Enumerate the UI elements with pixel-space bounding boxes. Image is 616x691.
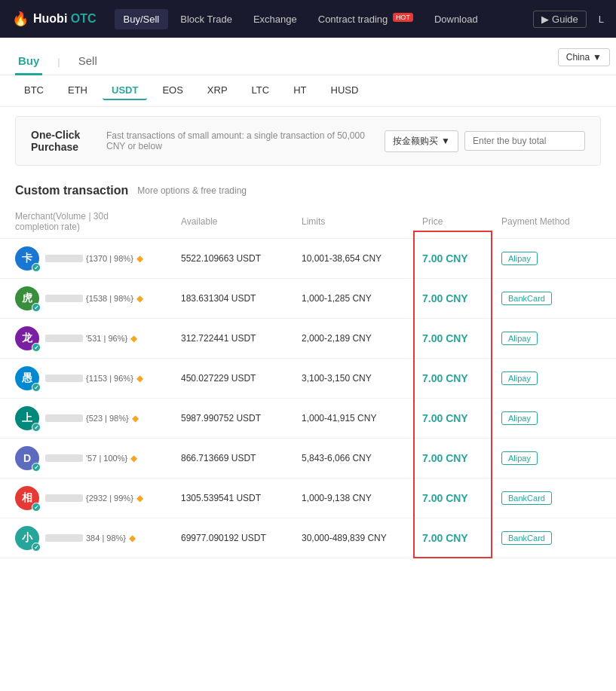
payment-badge: Alipay xyxy=(501,451,538,465)
crypto-tab-husd[interactable]: HUSD xyxy=(322,81,368,100)
merchant-cell: 上 ✓ {523 | 98%} ◆ xyxy=(0,399,166,439)
payment-cell: Alipay xyxy=(486,319,616,359)
payment-cell: BankCard xyxy=(486,518,616,558)
diamond-icon: ◆ xyxy=(130,333,137,344)
price-value: 7.00 CNY xyxy=(422,452,468,464)
payment-cell: BankCard xyxy=(486,279,616,319)
guide-button[interactable]: ▶ Guide xyxy=(533,11,587,28)
merchant-name-row: {1538 | 98%} ◆ xyxy=(45,293,143,304)
merchant-name-row: {523 | 98%} ◆ xyxy=(45,413,139,423)
one-click-description: Fast transactions of small amount: a sin… xyxy=(106,130,369,151)
nav-download[interactable]: Download xyxy=(425,9,487,29)
merchant-name-row: '57 | 100%} ◆ xyxy=(45,453,137,463)
brand-logo[interactable]: 🔥 Huobi OTC xyxy=(12,11,97,27)
crypto-tab-ht[interactable]: HT xyxy=(284,81,315,100)
verified-icon: ✓ xyxy=(32,383,41,392)
custom-transaction-title: Custom transaction xyxy=(15,184,128,197)
crypto-tab-xrp[interactable]: XRP xyxy=(198,81,237,100)
one-click-controls: 按金额购买 ▼ xyxy=(385,130,585,152)
buy-sell-tabs: Buy | Sell xyxy=(0,38,558,75)
merchant-info: {523 | 98%} ◆ xyxy=(45,413,139,423)
header-limits: Limits xyxy=(287,205,407,239)
dropdown-chevron-icon: ▼ xyxy=(441,136,450,146)
merchant-name-blur xyxy=(45,534,83,542)
chevron-down-icon: ▼ xyxy=(593,52,602,63)
available-cell: 450.027229 USDT xyxy=(166,359,287,399)
price-value: 7.00 CNY xyxy=(422,492,468,504)
price-value: 7.00 CNY xyxy=(422,292,468,304)
navbar: 🔥 Huobi OTC Buy/Sell Block Trade Exchang… xyxy=(0,0,616,38)
diamond-icon: ◆ xyxy=(136,493,143,503)
avatar: 卡 ✓ xyxy=(15,246,39,271)
available-cell: 866.713669 USDT xyxy=(166,439,287,479)
price-value: 7.00 CNY xyxy=(422,372,468,384)
verified-icon: ✓ xyxy=(32,343,41,352)
merchant-name-row: '531 | 96%} ◆ xyxy=(45,333,137,344)
merchant-cell: 虎 ✓ {1538 | 98%} ◆ xyxy=(0,279,166,319)
nav-block-trade[interactable]: Block Trade xyxy=(171,9,241,29)
table-row: 龙 ✓ '531 | 96%} ◆ 312.722441 USDT2,000-2… xyxy=(0,319,616,359)
header-price: Price xyxy=(407,205,486,239)
crypto-tab-eos[interactable]: EOS xyxy=(153,81,192,100)
payment-cell: Alipay xyxy=(486,239,616,279)
diamond-icon: ◆ xyxy=(130,453,137,463)
diamond-icon: ◆ xyxy=(136,293,143,304)
price-value: 7.00 CNY xyxy=(422,252,468,264)
price-cell: 7.00 CNY xyxy=(407,479,486,518)
merchant-stats: {1370 | 98%} xyxy=(86,254,133,263)
payment-cell: Alipay xyxy=(486,399,616,439)
nav-buy-sell[interactable]: Buy/Sell xyxy=(115,9,169,29)
merchant-stats: '531 | 96%} xyxy=(86,334,127,343)
avatar: 龙 ✓ xyxy=(15,326,39,350)
buy-total-input[interactable] xyxy=(464,131,585,151)
diamond-icon: ◆ xyxy=(129,533,136,543)
verified-icon: ✓ xyxy=(32,463,41,472)
custom-section-header: Custom transaction More options & free t… xyxy=(0,175,616,202)
crypto-tab-eth[interactable]: ETH xyxy=(59,81,97,100)
verified-icon: ✓ xyxy=(32,543,41,552)
nav-right: ▶ Guide L xyxy=(533,11,604,28)
diamond-icon: ◆ xyxy=(132,413,139,423)
merchant-info: {1153 | 96%} ◆ xyxy=(45,373,143,384)
price-cell: 7.00 CNY xyxy=(407,399,486,439)
flame-icon: 🔥 xyxy=(12,11,29,27)
login-button[interactable]: L xyxy=(599,14,604,25)
merchant-cell: D ✓ '57 | 100%} ◆ xyxy=(0,439,166,479)
tab-sell[interactable]: Sell xyxy=(75,48,100,75)
limits-cell: 2,000-2,189 CNY xyxy=(287,319,407,359)
crypto-tab-usdt[interactable]: USDT xyxy=(103,81,147,100)
merchant-name-blur xyxy=(45,375,83,382)
header-available: Available xyxy=(166,205,287,239)
available-cell: 5987.990752 USDT xyxy=(166,399,287,439)
nav-contract-trading[interactable]: Contract trading HOT xyxy=(309,9,422,29)
crypto-tab-ltc[interactable]: LTC xyxy=(243,81,279,100)
table-row: D ✓ '57 | 100%} ◆ 866.713669 USDT5,843-6… xyxy=(0,439,616,479)
merchant-info: 384 | 98%} ◆ xyxy=(45,533,136,543)
verified-icon: ✓ xyxy=(32,423,41,432)
limits-cell: 30,000-489,839 CNY xyxy=(287,518,407,558)
merchant-cell: 龙 ✓ '531 | 96%} ◆ xyxy=(0,319,166,359)
price-cell: 7.00 CNY xyxy=(407,279,486,319)
price-cell: 7.00 CNY xyxy=(407,319,486,359)
merchant-info: {1370 | 98%} ◆ xyxy=(45,253,143,264)
merchant-name-blur xyxy=(45,255,83,262)
nav-exchange[interactable]: Exchange xyxy=(244,9,306,29)
payment-cell: Alipay xyxy=(486,439,616,479)
crypto-tab-btc[interactable]: BTC xyxy=(15,81,53,100)
region-selector[interactable]: China ▼ xyxy=(558,48,610,66)
header-payment: Payment Method xyxy=(486,205,616,239)
table-row: 上 ✓ {523 | 98%} ◆ 5987.990752 USDT1,000-… xyxy=(0,399,616,439)
payment-badge: BankCard xyxy=(501,531,552,545)
tab-buy[interactable]: Buy xyxy=(15,48,42,75)
header-merchant: Merchant(Volume | 30dcompletion rate) xyxy=(0,205,166,239)
table-row: 虎 ✓ {1538 | 98%} ◆ 183.631304 USDT1,000-… xyxy=(0,279,616,319)
limits-cell: 1,000-41,915 CNY xyxy=(287,399,407,439)
one-click-section: One-ClickPurchase Fast transactions of s… xyxy=(15,116,601,166)
verified-icon: ✓ xyxy=(32,503,41,512)
more-options-link[interactable]: More options & free trading xyxy=(137,185,247,196)
limits-cell: 3,100-3,150 CNY xyxy=(287,359,407,399)
available-cell: 1305.539541 USDT xyxy=(166,479,287,518)
table-row: 小 ✓ 384 | 98%} ◆ 69977.090192 USDT30,000… xyxy=(0,518,616,558)
merchant-stats: {523 | 98%} xyxy=(86,414,129,423)
buy-method-dropdown[interactable]: 按金额购买 ▼ xyxy=(385,130,458,152)
